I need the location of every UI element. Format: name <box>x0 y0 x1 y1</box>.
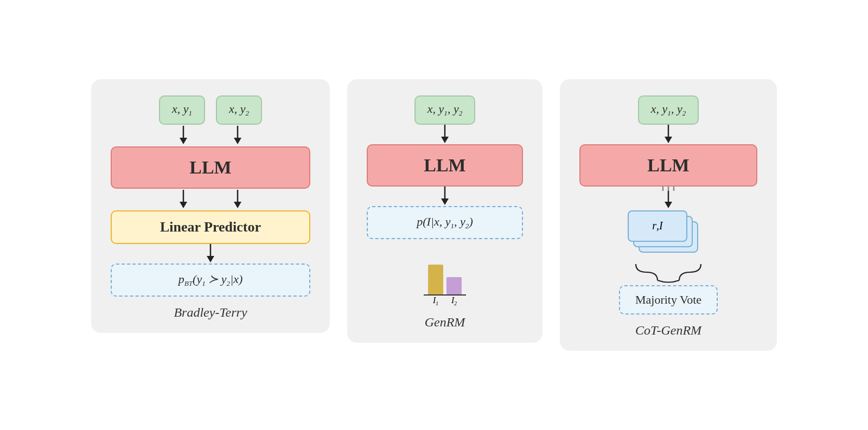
svg-marker-15 <box>665 137 672 143</box>
bar-i1 <box>428 265 443 294</box>
genrm-bar-chart <box>424 258 466 296</box>
genrm-arrow1 <box>439 125 450 144</box>
bt-input-box2: x, y2 <box>216 95 262 124</box>
bar-i2-fill <box>446 277 462 294</box>
svg-marker-3 <box>234 138 241 144</box>
bradley-terry-panel: x, y1 x, y2 <box>91 79 330 333</box>
genrm-chart: I1 I2 <box>424 252 466 306</box>
main-container: x, y1 x, y2 <box>80 68 788 361</box>
stacked-front: r, I <box>628 210 687 242</box>
svg-marker-13 <box>441 198 449 205</box>
bar-label-i2: I2 <box>446 296 462 306</box>
bt-arrow1 <box>178 126 189 145</box>
genrm-output-box: p(I|x, y1, y2) <box>367 206 523 239</box>
svg-marker-5 <box>180 202 187 208</box>
cotgenrm-multi-arrow <box>647 187 690 210</box>
bt-llm-box: LLM <box>111 146 310 189</box>
cotgenrm-arrow1 <box>663 125 674 144</box>
bt-arrow4 <box>232 190 243 209</box>
svg-marker-20 <box>665 202 672 208</box>
svg-marker-11 <box>441 137 449 143</box>
cotgenrm-input-box: x, y1, y2 <box>638 95 699 124</box>
svg-marker-9 <box>207 256 214 262</box>
svg-marker-7 <box>234 202 241 208</box>
cotgenrm-label: CoT-GenRM <box>635 323 701 338</box>
bt-linear-predictor: Linear Predictor <box>111 210 310 244</box>
cotgenrm-llm-box: LLM <box>579 144 757 187</box>
cotgenrm-majority-vote: Majority Vote <box>619 285 718 315</box>
genrm-label: GenRM <box>425 315 465 330</box>
bar-label-i1: I1 <box>428 296 443 306</box>
bt-label: Bradley-Terry <box>174 305 247 320</box>
cotgenrm-brace <box>630 261 706 285</box>
bt-arrow5 <box>205 244 216 264</box>
cotgenrm-panel: x, y1, y2 LLM <box>560 79 777 350</box>
genrm-panel: x, y1, y2 LLM p( <box>347 79 542 343</box>
bt-output-box: pBT(y1 ≻ y2|x) <box>111 264 310 297</box>
bar-i1-fill <box>428 265 443 294</box>
bt-arrows-down2 <box>178 190 243 209</box>
cotgenrm-stacked: r, I <box>628 210 709 259</box>
bt-input-row: x, y1 x, y2 <box>159 95 262 124</box>
bar-i2 <box>446 277 462 294</box>
bt-arrow2 <box>232 126 243 145</box>
genrm-arrow2 <box>439 187 450 206</box>
bt-input-box1: x, y1 <box>159 95 205 124</box>
svg-marker-1 <box>180 138 187 144</box>
bt-arrows-down1 <box>178 126 243 145</box>
genrm-input-box: x, y1, y2 <box>414 95 475 124</box>
genrm-llm-box: LLM <box>367 144 523 187</box>
bar-labels: I1 I2 <box>424 296 466 306</box>
bt-arrow3 <box>178 190 189 209</box>
